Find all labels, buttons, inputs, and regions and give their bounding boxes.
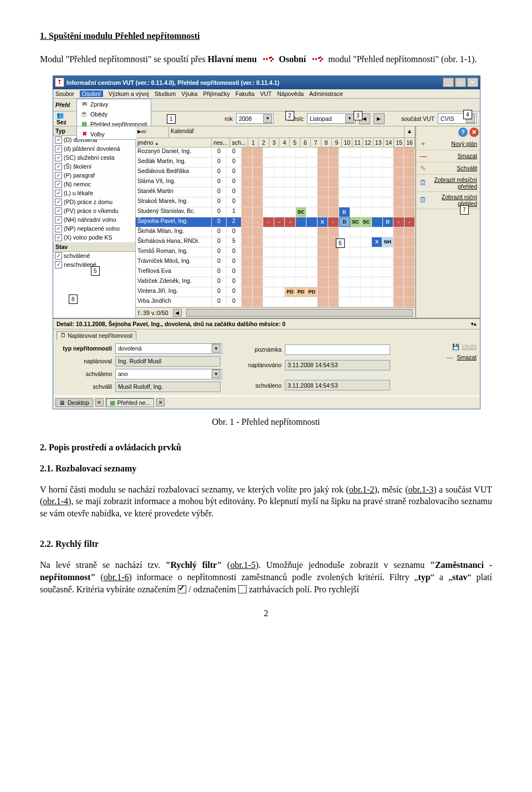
day-cell[interactable]: [274, 187, 285, 197]
day-column[interactable]: 13: [374, 138, 384, 147]
dropdown-zpravy[interactable]: ✉ Zprávy: [77, 99, 151, 109]
day-cell[interactable]: [318, 158, 329, 167]
day-cell[interactable]: -: [328, 217, 339, 227]
day-cell[interactable]: [306, 237, 318, 247]
day-cell[interactable]: [382, 247, 393, 257]
day-cell[interactable]: [274, 257, 285, 267]
day-cell[interactable]: [263, 207, 274, 217]
day-cell[interactable]: [306, 247, 318, 257]
taskbar-close[interactable]: ✕: [156, 398, 165, 407]
day-cell[interactable]: [329, 227, 340, 237]
day-cell[interactable]: [404, 187, 415, 197]
day-cell[interactable]: [274, 158, 285, 167]
table-row[interactable]: Strakoš Marek, Ing.00: [136, 197, 415, 207]
day-cell[interactable]: D: [339, 207, 350, 217]
day-cell[interactable]: [350, 197, 361, 207]
day-cell[interactable]: [318, 267, 329, 277]
mesic-combo[interactable]: Listopad▼: [307, 113, 356, 124]
day-cell[interactable]: [382, 277, 393, 287]
type-filter-item[interactable]: (d) půldenní dovolená: [53, 145, 135, 154]
day-cell[interactable]: [329, 197, 340, 207]
day-cell[interactable]: PD: [285, 287, 296, 297]
day-cell[interactable]: [339, 297, 350, 307]
day-cell[interactable]: [404, 197, 415, 207]
day-cell[interactable]: [329, 167, 340, 177]
menu-napoveda[interactable]: Nápověda: [277, 90, 304, 97]
menu-osobni[interactable]: Osobní: [80, 90, 103, 97]
action-smazat[interactable]: —Smazat: [416, 150, 480, 163]
close-button[interactable]: ✕: [467, 78, 478, 87]
day-column[interactable]: 7: [311, 138, 321, 147]
minimize-button[interactable]: _: [443, 78, 454, 87]
day-cell[interactable]: [263, 257, 274, 267]
day-column[interactable]: 15: [394, 138, 405, 147]
horizontal-scrollbar[interactable]: [186, 309, 413, 317]
column-nes[interactable]: nes...: [212, 138, 230, 147]
day-cell[interactable]: [285, 227, 296, 237]
day-column[interactable]: 2: [259, 138, 269, 147]
day-cell[interactable]: [296, 247, 307, 257]
day-cell[interactable]: [393, 227, 405, 237]
day-cell[interactable]: [274, 237, 285, 247]
day-cell[interactable]: [329, 277, 340, 287]
day-cell[interactable]: [339, 148, 350, 157]
day-cell[interactable]: [263, 247, 274, 257]
day-cell[interactable]: [242, 287, 253, 297]
day-cell[interactable]: [372, 207, 383, 217]
day-cell[interactable]: [350, 177, 361, 187]
day-cell[interactable]: [382, 207, 393, 217]
day-cell[interactable]: [404, 247, 415, 257]
day-cell[interactable]: [382, 287, 393, 297]
table-row[interactable]: Trefilová Eva00: [136, 267, 415, 277]
day-cell[interactable]: [285, 177, 296, 187]
table-row[interactable]: Rozsnyó Daniel, Ing.00: [136, 148, 415, 158]
day-cell[interactable]: [318, 177, 329, 187]
day-cell[interactable]: [285, 187, 296, 197]
day-cell[interactable]: [306, 207, 318, 217]
smazat-button[interactable]: —Smazat: [447, 354, 477, 361]
day-cell[interactable]: [318, 227, 329, 237]
table-row[interactable]: Tomšů Roman, Ing.00: [136, 247, 415, 257]
menu-administrace[interactable]: Administrace: [309, 90, 343, 97]
day-cell[interactable]: [318, 237, 329, 247]
taskbar-close[interactable]: ✕: [95, 398, 104, 407]
day-cell[interactable]: [285, 207, 296, 217]
day-cell[interactable]: [361, 247, 372, 257]
ulozit-button[interactable]: 💾Uložit: [447, 343, 477, 351]
day-cell[interactable]: [274, 297, 285, 307]
day-cell[interactable]: [404, 227, 415, 237]
day-cell[interactable]: [393, 247, 405, 257]
detail-collapse-icon[interactable]: ▾▴: [471, 321, 477, 327]
day-cell[interactable]: [253, 177, 264, 187]
rok-combo[interactable]: 2008▼: [236, 113, 274, 124]
day-cell[interactable]: [372, 257, 383, 267]
day-cell[interactable]: SC: [296, 207, 307, 217]
action-zobrazit-ro-n-p-ehled[interactable]: 🗓Zobrazit roční přehled: [416, 192, 480, 209]
menu-prijimacky[interactable]: Přijímačky: [203, 90, 229, 97]
day-cell[interactable]: [253, 237, 264, 247]
day-cell[interactable]: [350, 158, 361, 167]
day-cell[interactable]: [382, 227, 393, 237]
day-cell[interactable]: [393, 177, 405, 187]
day-cell[interactable]: [339, 197, 350, 207]
day-cell[interactable]: [242, 207, 253, 217]
day-cell[interactable]: [329, 158, 340, 167]
day-cell[interactable]: [253, 167, 264, 177]
table-row[interactable]: Sedlák Martin, Ing.00: [136, 158, 415, 167]
type-filter-item[interactable]: (N) nemoc: [53, 180, 135, 189]
day-cell[interactable]: [296, 158, 307, 167]
day-cell[interactable]: [361, 277, 372, 287]
day-cell[interactable]: [253, 217, 264, 227]
taskbar-desktop[interactable]: 🖥 Desktop: [55, 398, 93, 407]
day-cell[interactable]: [318, 197, 329, 207]
day-cell[interactable]: [242, 227, 253, 237]
day-cell[interactable]: SC: [350, 217, 361, 227]
day-cell[interactable]: [372, 287, 383, 297]
day-cell[interactable]: [350, 227, 361, 237]
day-cell[interactable]: -: [263, 217, 274, 227]
day-cell[interactable]: [361, 167, 372, 177]
day-cell[interactable]: [242, 217, 253, 227]
day-cell[interactable]: [306, 197, 318, 207]
day-cell[interactable]: [361, 267, 372, 277]
type-filter-item[interactable]: (Š) školení: [53, 163, 135, 171]
